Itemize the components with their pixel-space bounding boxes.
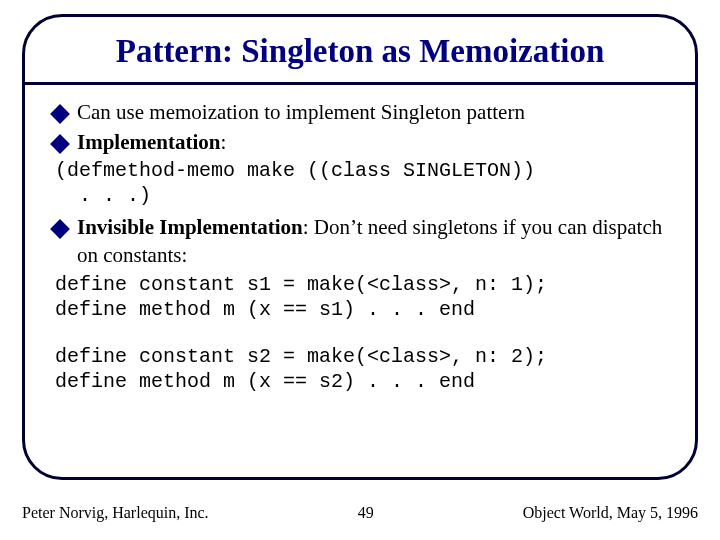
bullet-text: Implementation: <box>77 129 671 157</box>
diamond-icon <box>50 220 70 240</box>
bullet-item: Implementation: <box>53 129 671 157</box>
bullet-lead: Implementation <box>77 130 221 154</box>
title-wrap: Pattern: Singleton as Memoization <box>25 17 695 70</box>
code-block: (defmethod-memo make ((class SINGLETON))… <box>55 158 671 208</box>
bullet-lead: Invisible Implementation <box>77 215 303 239</box>
slide-frame: Pattern: Singleton as Memoization Can us… <box>22 14 698 480</box>
page-number: 49 <box>358 504 374 522</box>
bullet-text: Invisible Implementation: Don’t need sin… <box>77 214 671 269</box>
footer-right: Object World, May 5, 1996 <box>523 504 698 522</box>
bullet-rest: : <box>221 130 227 154</box>
slide-content: Can use memoization to implement Singlet… <box>25 85 695 408</box>
bullet-text: Can use memoization to implement Singlet… <box>77 99 671 127</box>
slide-footer: Peter Norvig, Harlequin, Inc. 49 Object … <box>22 504 698 522</box>
footer-left: Peter Norvig, Harlequin, Inc. <box>22 504 209 522</box>
spacer <box>53 328 671 342</box>
bullet-item: Can use memoization to implement Singlet… <box>53 99 671 127</box>
code-block: define constant s1 = make(<class>, n: 1)… <box>55 272 671 322</box>
code-block: define constant s2 = make(<class>, n: 2)… <box>55 344 671 394</box>
diamond-icon <box>50 104 70 124</box>
diamond-icon <box>50 134 70 154</box>
slide-title: Pattern: Singleton as Memoization <box>116 33 605 70</box>
bullet-item: Invisible Implementation: Don’t need sin… <box>53 214 671 269</box>
